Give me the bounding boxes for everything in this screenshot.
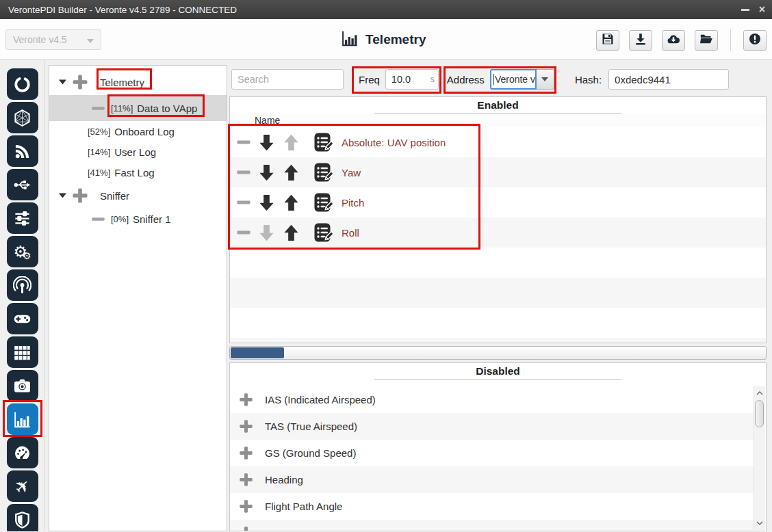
freq-label: Freq [359,74,380,85]
address-group: Address Veronte v4. [447,69,554,90]
edit-field-icon[interactable] [313,222,333,243]
tree-item-label: Sniffer 1 [133,213,171,225]
disabled-field-row-gs-ground-speed[interactable]: GS (Ground Speed) [230,440,754,466]
save-button[interactable] [596,30,619,51]
enabled-field-row-yaw[interactable]: Yaw [230,157,766,187]
disabled-field-row-ias-indicated-airspeed[interactable]: IAS (Indicated Airspeed) [230,386,754,413]
add-field-icon[interactable] [239,526,253,531]
remove-field-icon[interactable] [236,165,251,180]
scroll-down-icon[interactable] [754,518,765,529]
move-up-icon[interactable] [282,194,300,212]
disabled-title: Disabled [230,363,766,377]
main-panel: Freq s Address Veronte v4. [229,65,767,531]
add-field-icon[interactable] [239,499,253,514]
sidebar-item-hex-module[interactable] [7,102,38,133]
move-down-icon[interactable] [257,194,276,212]
tree-item-label: Sniffer [100,190,129,202]
remove-field-icon[interactable] [236,135,251,150]
move-up-icon[interactable] [282,224,300,242]
tree-item-sniffer-1[interactable]: [0%]Sniffer 1 [49,209,227,229]
address-combo[interactable]: Veronte v4. [490,69,554,90]
sidebar-item-power[interactable] [7,68,38,100]
download-button[interactable] [629,30,652,51]
sidebar-item-plane[interactable]: ✈ [7,470,38,502]
sidebar-item-gauge[interactable] [7,437,38,468]
empty-row [230,338,766,343]
disabled-field-row-heading[interactable]: Heading [230,466,754,493]
empty-row [230,278,766,308]
tree-panel: Telemetry[11%]Data to VApp[52%]Onboard L… [49,65,227,531]
open-folder-icon [699,32,713,49]
add-item-icon[interactable] [72,74,88,90]
sidebar-item-grid[interactable] [7,336,38,368]
tree-item-sniffer[interactable]: Sniffer [49,183,227,209]
move-down-icon[interactable] [257,224,276,242]
sidebar-item-rss[interactable] [7,135,38,167]
remove-item-icon[interactable] [91,212,105,226]
device-selector-value: Veronte v4.5 [13,34,67,45]
close-icon[interactable]: × [759,4,765,15]
cloud-download-button[interactable] [662,30,685,51]
enabled-field-row-roll[interactable]: Roll [230,217,766,248]
field-name: GS (Ground Speed) [265,447,356,459]
remove-field-icon[interactable] [236,195,251,210]
info-button[interactable] [743,30,767,51]
tree-item-label: Fast Log [114,167,154,178]
field-name: Pitch [342,197,364,209]
add-field-icon[interactable] [239,446,253,460]
telemetry-chart-icon [13,410,31,429]
move-down-icon[interactable] [257,163,276,182]
sidebar-item-gamepad[interactable] [7,303,38,334]
page-title: Telemetry [365,32,426,47]
edit-field-icon[interactable] [313,162,333,183]
tree-item-data-to-vapp[interactable]: [11%]Data to VApp [49,95,227,121]
tree-item-user-log[interactable]: [14%]User Log [49,142,227,162]
add-field-icon[interactable] [239,419,253,434]
sidebar-item-podcast[interactable] [7,269,38,301]
enabled-field-row-pitch[interactable]: Pitch [230,187,766,217]
open-folder-button[interactable] [695,30,718,51]
move-up-icon[interactable] [282,133,300,152]
add-field-icon[interactable] [239,393,253,407]
sidebar-item-telemetry-chart[interactable] [7,403,38,435]
sidebar-item-sliders[interactable] [7,202,38,234]
disabled-field-row-partial[interactable] [230,520,754,531]
add-field-icon[interactable] [239,473,253,487]
scrollbar[interactable] [754,386,765,530]
disabled-field-row-flight-path-angle[interactable]: Flight Path Angle [230,493,754,520]
sidebar-item-gears[interactable]: ⚙︎⚙︎ [7,236,38,267]
telemetry-chart-icon [341,29,359,51]
move-up-icon[interactable] [282,163,300,182]
tree-expander-icon[interactable] [59,193,66,198]
sidebar-item-shield[interactable] [7,504,38,531]
scroll-up-icon[interactable] [754,388,765,399]
enabled-field-row-absolute-uav-position[interactable]: Absolute: UAV position [230,127,766,157]
disabled-title-underline [374,379,621,380]
tree-item-telemetry[interactable]: Telemetry [49,69,227,95]
hash-input[interactable] [608,69,729,90]
scrollbar-thumb[interactable] [755,400,764,427]
tree-item-fast-log[interactable]: [41%]Fast Log [49,162,227,183]
disabled-field-row-tas-true-airspeed[interactable]: TAS (True Airspeed) [230,413,754,440]
edit-field-icon[interactable] [313,132,333,152]
move-down-icon[interactable] [257,133,276,152]
sidebar-item-usb[interactable] [7,169,38,200]
text-caret [493,74,494,85]
device-selector[interactable]: Veronte v4.5 [5,29,101,50]
search-input[interactable] [231,69,344,90]
podcast-icon [13,276,31,295]
remove-field-icon[interactable] [236,225,251,240]
freq-unit: s [430,75,435,84]
add-item-icon[interactable] [72,187,88,204]
tree-expander-icon[interactable] [59,79,66,85]
tree-item-percent: [41%] [88,168,110,178]
remove-item-icon[interactable] [91,101,105,116]
gears-icon: ⚙︎⚙︎ [13,243,31,261]
sidebar-item-camera[interactable] [7,370,38,401]
tree-item-onboard-log[interactable]: [52%]Onboard Log [49,121,227,142]
empty-row [230,308,766,338]
address-dropdown-button[interactable] [537,69,554,90]
minimize-icon[interactable] [741,9,749,11]
edit-field-icon[interactable] [313,192,333,213]
field-name: Flight Path Angle [265,501,342,512]
